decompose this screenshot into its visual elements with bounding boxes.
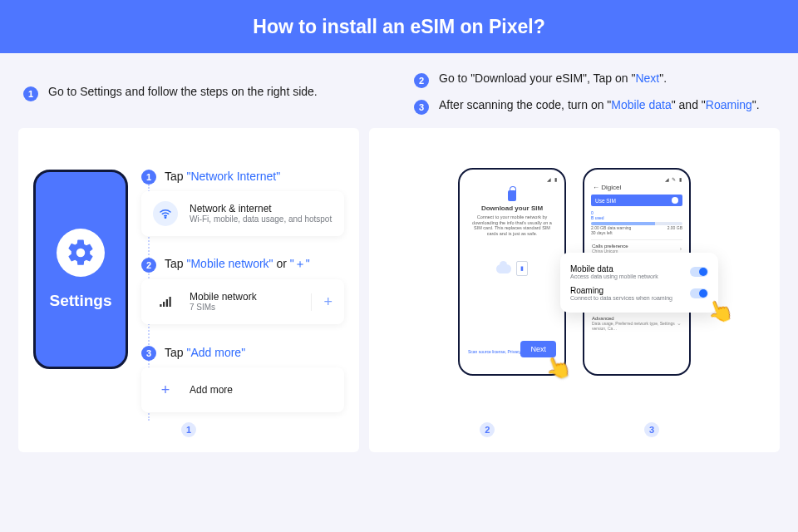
gear-icon-wrap: [57, 229, 105, 277]
card-text: Network & internet Wi-Fi, mobile, data u…: [190, 203, 332, 224]
highlight-roaming: Roaming: [706, 98, 752, 111]
plus-icon[interactable]: +: [311, 293, 332, 311]
left-steps-column: 1 Tap "Network Internet" Network & inter…: [141, 168, 344, 437]
network-internet-card[interactable]: Network & internet Wi-Fi, mobile, data u…: [141, 191, 344, 236]
step-number-badge: 2: [141, 258, 156, 273]
phone-mock-download-sim: ◢ ▮ Download your SIM Connect to your mo…: [458, 168, 566, 376]
card-text: Mobile network 7 SIMs: [190, 291, 257, 313]
intro-section: 1 Go to Settings and follow the steps on…: [0, 53, 798, 120]
text-fragment: After scanning the code, turn on ": [439, 98, 611, 111]
text-fragment: ".: [752, 98, 760, 111]
phone-mock-settings: Settings: [33, 170, 128, 369]
download-sim-title: Download your SIM: [481, 204, 543, 212]
step-text: Tap "Mobile network" or "＋": [165, 257, 310, 272]
intro-right: 2 Go to "Download your eSIM", Tap on "Ne…: [414, 71, 775, 115]
toggle-on-icon: [672, 197, 678, 204]
step-text: Tap "Add more": [165, 346, 245, 359]
page-header: How to install an eSIM on Pixel?: [0, 0, 798, 53]
text-fragment: Tap: [165, 346, 186, 359]
card-sub: Wi-Fi, mobile, data usage, and hotspot: [190, 214, 332, 224]
roaming-label: Roaming: [570, 286, 672, 295]
roaming-row[interactable]: Roaming Connect to data services when ro…: [570, 283, 708, 304]
advanced-row[interactable]: AdvancedData usage, Preferred network ty…: [591, 312, 682, 334]
panel-step-2-3: ◢ ▮ Download your SIM Connect to your mo…: [369, 128, 780, 452]
panel-badge-1: 1: [181, 422, 196, 437]
status-bar-icons: ◢ ▮: [547, 176, 558, 182]
card-title: Network & internet: [190, 203, 332, 214]
highlight: "Add more": [186, 346, 245, 359]
left-step-3-header: 3 Tap "Add more": [141, 344, 344, 361]
step-number-badge: 3: [414, 100, 429, 115]
carrier-name: Digicel: [601, 184, 621, 191]
intro-step-1-text: Go to Settings and follow the steps on t…: [48, 85, 318, 98]
intro-left: 1 Go to Settings and follow the steps on…: [23, 71, 384, 115]
step-number-badge: 1: [141, 170, 156, 185]
text-fragment: Tap: [165, 170, 186, 183]
left-step-1-header: 1 Tap "Network Internet": [141, 168, 344, 185]
left-step-2: 2 Tap "Mobile network" or "＋" Mobile net…: [141, 256, 344, 324]
mobile-data-sub: Access data using mobile network: [570, 273, 658, 279]
highlight-plus: "＋": [290, 257, 310, 270]
step-number-badge: 2: [414, 73, 429, 88]
chevron-down-icon: ⌄: [677, 320, 682, 327]
svg-point-0: [165, 217, 165, 218]
text-fragment: ".: [659, 71, 667, 85]
page-title: How to install an eSIM on Pixel?: [253, 16, 544, 38]
left-step-3: 3 Tap "Add more" + Add more: [141, 344, 344, 412]
row-sub: Data usage, Preferred network type, Sett…: [592, 321, 677, 331]
gauge-days: 30 days left: [591, 230, 613, 235]
download-sim-sub: Connect to your mobile network by downlo…: [466, 214, 558, 236]
data-usage-gauge: 0 B used 2.00 GB data warning2.00 GB 30 …: [591, 210, 682, 235]
carrier-title: ← Digicel: [593, 184, 621, 191]
roaming-sub: Connect to data services when roaming: [570, 295, 672, 301]
gear-icon: [66, 238, 96, 268]
sim-card-icon: ▮: [516, 261, 528, 276]
highlight: "Network Internet": [186, 170, 280, 183]
step-text: Tap "Network Internet": [165, 170, 280, 183]
status-bar-icons: ◢ ✎ ▮: [665, 176, 682, 182]
plus-icon: +: [153, 377, 178, 402]
chevron-right-icon: ›: [680, 246, 682, 252]
gauge-right: 2.00 GB: [667, 225, 682, 230]
intro-step-1: 1 Go to Settings and follow the steps on…: [23, 85, 384, 101]
text-fragment: " and ": [672, 98, 706, 111]
cloud-sim-illustration: ▮: [496, 261, 528, 276]
card-sub: 7 SIMs: [190, 303, 257, 313]
highlight: "Mobile network": [186, 257, 273, 270]
panel-step-1: Settings 1 Tap "Network Internet" Networ…: [18, 128, 359, 452]
step-number-badge: 3: [141, 346, 156, 361]
overlay-toggles-card: Mobile data Access data using mobile net…: [560, 253, 718, 313]
highlight-next: Next: [635, 71, 659, 85]
card-title: Mobile network: [190, 291, 257, 303]
card-text: Add more: [190, 384, 233, 396]
gauge-label: B used: [591, 215, 682, 220]
card-title: Add more: [190, 384, 233, 396]
phone-2-wrap: ◢ ▮ Download your SIM Connect to your mo…: [458, 168, 566, 376]
text-fragment: Go to "Download your eSIM", Tap on ": [439, 71, 635, 85]
mobile-network-card[interactable]: Mobile network 7 SIMs +: [141, 279, 344, 324]
use-sim-toggle[interactable]: Use SIM: [591, 195, 682, 206]
lock-icon: [508, 190, 516, 201]
text-fragment: Tap: [165, 257, 186, 270]
toggle-switch-icon[interactable]: [690, 288, 708, 298]
panel-badge-3: 3: [644, 422, 659, 437]
left-step-1: 1 Tap "Network Internet" Network & inter…: [141, 168, 344, 236]
next-button[interactable]: Next: [520, 341, 556, 357]
intro-step-3: 3 After scanning the code, turn on "Mobi…: [414, 98, 775, 115]
cloud-icon: [496, 264, 511, 273]
mobile-data-label: Mobile data: [570, 264, 658, 273]
highlight-mobile-data: Mobile data: [611, 98, 671, 111]
toggle-switch-icon[interactable]: [690, 267, 708, 277]
left-step-2-header: 2 Tap "Mobile network" or "＋": [141, 256, 344, 273]
panels-row: Settings 1 Tap "Network Internet" Networ…: [0, 120, 798, 452]
use-sim-label: Use SIM: [595, 198, 616, 204]
step-number-badge: 1: [23, 86, 38, 101]
intro-step-3-text: After scanning the code, turn on "Mobile…: [439, 98, 760, 111]
intro-step-2-text: Go to "Download your eSIM", Tap on "Next…: [439, 71, 667, 85]
settings-label: Settings: [50, 292, 112, 310]
wifi-icon: [153, 201, 178, 226]
mobile-data-row[interactable]: Mobile data Access data using mobile net…: [570, 261, 708, 283]
signal-icon: [153, 289, 178, 314]
add-more-card[interactable]: + Add more: [141, 367, 344, 412]
text-fragment: or: [273, 257, 290, 270]
